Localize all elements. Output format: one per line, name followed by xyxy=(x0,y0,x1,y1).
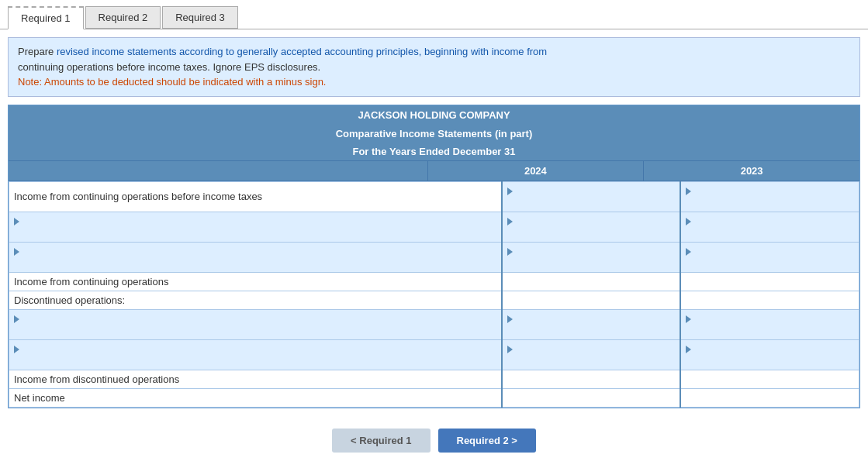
input-field-2023[interactable] xyxy=(686,227,854,239)
column-header-row: 2024 2023 xyxy=(9,161,859,181)
table-row xyxy=(9,309,859,339)
instruction-box: Prepare revised income statements accord… xyxy=(8,37,860,97)
table-title2: Comparative Income Statements (in part) xyxy=(9,125,859,143)
tab-required-3[interactable]: Required 3 xyxy=(162,6,238,29)
table-row xyxy=(9,242,859,272)
input-field-2023[interactable] xyxy=(686,197,854,208)
input-cell-2024[interactable] xyxy=(502,291,680,309)
triangle-icon xyxy=(686,315,691,323)
row-label: Income from continuing operations before… xyxy=(9,181,503,212)
triangle-icon xyxy=(14,346,19,353)
input-field-2023[interactable] xyxy=(686,257,854,269)
triangle-icon xyxy=(14,315,19,323)
input-cell-2024[interactable] xyxy=(502,181,680,212)
triangle-icon xyxy=(686,346,691,353)
table-row: Discontinued operations: xyxy=(9,291,859,309)
input-field-2023[interactable] xyxy=(686,373,854,385)
triangle-icon xyxy=(507,218,513,225)
row-label-input-field[interactable] xyxy=(14,325,496,336)
row-label-input[interactable] xyxy=(9,212,503,242)
input-cell-2024[interactable] xyxy=(502,242,680,272)
input-cell-2024[interactable] xyxy=(502,339,680,370)
input-field-2023[interactable] xyxy=(686,392,854,404)
row-label: Income from continuing operations xyxy=(9,272,503,291)
input-cell-2024[interactable] xyxy=(502,272,680,291)
input-field-2024[interactable] xyxy=(507,257,675,269)
row-label-input[interactable] xyxy=(9,339,503,370)
col-year-2023: 2023 xyxy=(643,161,859,181)
input-field-2024[interactable] xyxy=(507,294,675,306)
input-field-2023[interactable] xyxy=(686,276,854,287)
triangle-icon xyxy=(14,248,19,256)
row-label: Discontinued operations: xyxy=(9,291,503,309)
input-cell-2023[interactable] xyxy=(680,212,859,242)
income-statement-table: JACKSON HOLDING COMPANY Comparative Inco… xyxy=(8,105,860,408)
table-title3: For the Years Ended December 31 xyxy=(9,143,859,161)
input-cell-2023[interactable] xyxy=(680,370,859,388)
triangle-icon xyxy=(686,188,691,195)
input-field-2023[interactable] xyxy=(686,325,854,336)
input-field-2024[interactable] xyxy=(507,325,675,336)
input-cell-2023[interactable] xyxy=(680,291,859,309)
input-field-2023[interactable] xyxy=(686,355,854,367)
table-row xyxy=(9,339,859,370)
bottom-nav: < Required 1 Required 2 > xyxy=(0,416,868,465)
row-label: Income from discontinued operations xyxy=(9,370,503,388)
input-cell-2024[interactable] xyxy=(502,309,680,339)
triangle-icon xyxy=(686,248,691,256)
table-row: Income from discontinued operations xyxy=(9,370,859,388)
triangle-icon xyxy=(507,248,513,256)
table-row xyxy=(9,212,859,242)
input-field-2024[interactable] xyxy=(507,227,675,239)
row-label-input-field[interactable] xyxy=(14,257,496,269)
triangle-icon xyxy=(507,315,513,323)
input-field-2023[interactable] xyxy=(686,294,854,306)
row-label-input-field[interactable] xyxy=(14,227,496,239)
input-cell-2023[interactable] xyxy=(680,339,859,370)
input-cell-2023[interactable] xyxy=(680,388,859,407)
row-label: Net income xyxy=(9,388,503,407)
triangle-icon xyxy=(507,188,513,195)
input-cell-2024[interactable] xyxy=(502,388,680,407)
triangle-icon xyxy=(507,346,513,353)
table-row: Net income xyxy=(9,388,859,407)
table-row: Income from continuing operations xyxy=(9,272,859,291)
row-label-input[interactable] xyxy=(9,309,503,339)
tabs-container: Required 1 Required 2 Required 3 xyxy=(0,0,868,29)
next-button[interactable]: Required 2 > xyxy=(438,429,536,453)
input-cell-2024[interactable] xyxy=(502,212,680,242)
triangle-icon xyxy=(686,218,691,225)
input-field-2024[interactable] xyxy=(507,392,675,404)
input-cell-2023[interactable] xyxy=(680,309,859,339)
input-cell-2023[interactable] xyxy=(680,242,859,272)
triangle-icon xyxy=(14,218,19,225)
tab-required-1[interactable]: Required 1 xyxy=(8,6,84,29)
input-cell-2024[interactable] xyxy=(502,370,680,388)
tab-required-2[interactable]: Required 2 xyxy=(85,6,161,29)
data-table: Income from continuing operations before… xyxy=(9,181,859,408)
input-field-2024[interactable] xyxy=(507,197,675,208)
input-cell-2023[interactable] xyxy=(680,181,859,212)
prev-button[interactable]: < Required 1 xyxy=(332,429,430,453)
input-field-2024[interactable] xyxy=(507,276,675,287)
input-field-2024[interactable] xyxy=(507,355,675,367)
note-text: Note: Amounts to be deducted should be i… xyxy=(18,76,326,88)
col-year-2024: 2024 xyxy=(427,161,644,181)
table-title1: JACKSON HOLDING COMPANY xyxy=(9,105,859,125)
input-cell-2023[interactable] xyxy=(680,272,859,291)
row-label-input[interactable] xyxy=(9,242,503,272)
input-field-2024[interactable] xyxy=(507,373,675,385)
table-row: Income from continuing operations before… xyxy=(9,181,859,212)
row-label-input-field[interactable] xyxy=(14,355,496,367)
